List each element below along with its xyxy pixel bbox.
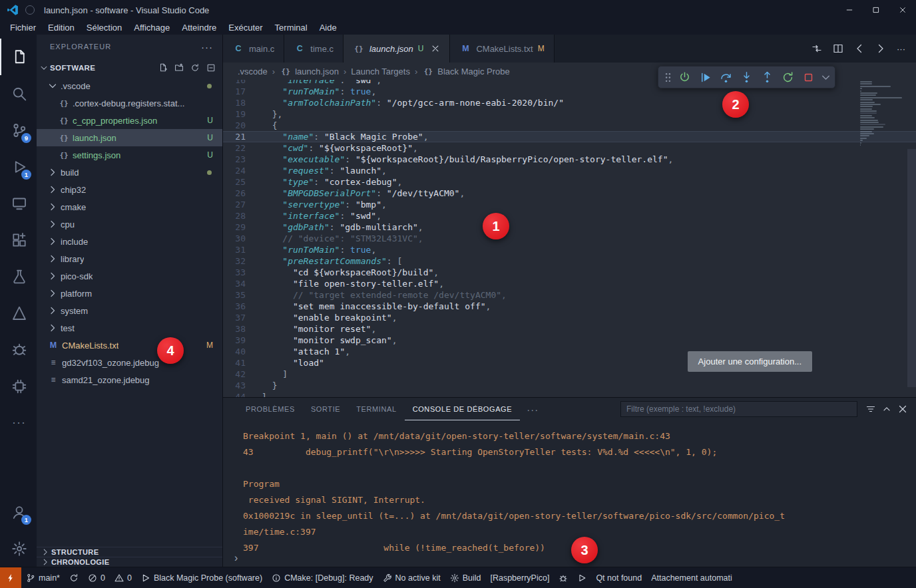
line-number[interactable]: 42 <box>223 368 254 380</box>
panel-tab-console-de-débogage[interactable]: CONSOLE DE DÉBOGAGE <box>405 398 521 420</box>
code-line-38[interactable]: 38 "monitor reset", <box>223 323 916 335</box>
line-number[interactable]: 36 <box>223 301 254 312</box>
activity-embedded-debug[interactable] <box>0 331 37 368</box>
line-number[interactable]: 44 <box>223 391 254 397</box>
status-black-magic-probe-software[interactable]: Black Magic Probe (software) <box>136 567 267 588</box>
code-line-19[interactable]: 19 }, <box>223 108 916 120</box>
code-line-33[interactable]: 33 "cd ${workspaceRoot}/build", <box>223 267 916 278</box>
editor-scrollbar[interactable] <box>907 149 916 387</box>
tree-folder-chip32[interactable]: chip32 <box>37 181 222 198</box>
line-number[interactable]: 19 <box>223 108 254 120</box>
code-line-28[interactable]: 28 "interface": "swd", <box>223 210 916 221</box>
line-number[interactable]: 24 <box>223 165 254 176</box>
line-number[interactable]: 23 <box>223 154 254 165</box>
line-number[interactable]: 43 <box>223 380 254 391</box>
activity-remote-explorer[interactable] <box>0 185 37 221</box>
chevron-up-icon[interactable] <box>881 404 892 414</box>
activity-account[interactable]: 1 <box>0 494 37 530</box>
close-icon[interactable] <box>897 404 908 414</box>
line-number[interactable]: 31 <box>223 244 254 255</box>
tree-folder-pico-sdk[interactable]: pico-sdk <box>37 267 222 285</box>
activity-source-control[interactable]: 9 <box>0 112 37 148</box>
tree-file-c_cpp_properties.json[interactable]: {}c_cpp_properties.jsonU <box>37 112 222 129</box>
tree-folder-platform[interactable]: platform <box>37 285 222 302</box>
refresh-icon[interactable] <box>190 63 200 73</box>
line-number[interactable]: 33 <box>223 267 254 278</box>
line-number[interactable]: 22 <box>223 142 254 154</box>
new-file-icon[interactable] <box>158 63 168 73</box>
menu-item-fichier[interactable]: Fichier <box>4 23 42 33</box>
debug-step-over-button[interactable] <box>716 68 736 86</box>
line-number[interactable]: 38 <box>223 323 254 335</box>
code-line-44[interactable]: 44] <box>223 391 916 397</box>
add-configuration-button[interactable]: Ajouter une configuration... <box>688 351 812 372</box>
code-line-29[interactable]: 29 "gdbPath": "gdb-multiarch", <box>223 221 916 233</box>
tree-folder-system[interactable]: system <box>37 302 222 319</box>
code-line-26[interactable]: 26 "BMPGDBSerialPort": "/dev/ttyACM0", <box>223 188 916 199</box>
tree-folder-cmake[interactable]: cmake <box>37 198 222 216</box>
menu-item-sélection[interactable]: Sélection <box>81 23 128 33</box>
panel-more-icon[interactable]: ··· <box>520 404 545 415</box>
activity-cmake[interactable] <box>0 295 37 331</box>
status-build[interactable]: Build <box>445 567 486 588</box>
debug-step-out-button[interactable] <box>757 68 778 86</box>
activity-more[interactable]: ··· <box>0 404 37 441</box>
status-lightning[interactable] <box>0 567 21 588</box>
line-number[interactable]: 18 <box>223 97 254 108</box>
close-button[interactable] <box>889 0 916 20</box>
collapse-all-icon[interactable] <box>206 63 216 73</box>
activity-extensions[interactable] <box>0 221 37 258</box>
code-line-24[interactable]: 24 "request": "launch", <box>223 165 916 176</box>
split-editor-icon[interactable] <box>833 43 843 54</box>
panel-tab-terminal[interactable]: TERMINAL <box>348 398 404 420</box>
line-number[interactable]: 30 <box>223 233 254 244</box>
sidebar-more-icon[interactable]: ··· <box>201 41 213 53</box>
list-filter-icon[interactable] <box>865 404 876 414</box>
code-line-25[interactable]: 25 "type": "cortex-debug", <box>223 176 916 188</box>
menu-item-exécuter[interactable]: Exécuter <box>222 23 268 33</box>
debug-step-into-button[interactable] <box>736 68 757 86</box>
code-line-37[interactable]: 37 "enable breakpoint", <box>223 312 916 323</box>
status-cmake-debug-ready[interactable]: CMake: [Debug]: Ready <box>267 567 377 588</box>
line-number[interactable]: 41 <box>223 357 254 368</box>
tree-file-launch.json[interactable]: {}launch.jsonU <box>37 129 222 146</box>
status-play[interactable] <box>572 567 591 588</box>
status-qt-not-found[interactable]: Qt not found <box>591 567 646 588</box>
activity-search[interactable] <box>0 75 37 112</box>
status-bug[interactable] <box>554 567 572 588</box>
debug-stop-button[interactable] <box>798 68 819 86</box>
code-line-39[interactable]: 39 "monitor swdp_scan", <box>223 335 916 346</box>
tab-launch.json[interactable]: {}launch.jsonU <box>344 35 450 63</box>
code-line-34[interactable]: 34 "file open-story-teller.elf", <box>223 278 916 289</box>
tree-file-settings.json[interactable]: {}settings.jsonU <box>37 146 222 164</box>
code-line-31[interactable]: 31 "runToMain": true, <box>223 244 916 255</box>
menu-item-aide[interactable]: Aide <box>314 23 343 33</box>
status-sync[interactable] <box>65 567 83 588</box>
code-line-30[interactable]: 30 // "device": "STM32L431VC", <box>223 233 916 244</box>
new-folder-icon[interactable] <box>174 63 184 73</box>
workspace-section-header[interactable]: SOFTWARE <box>37 59 222 77</box>
code-line-32[interactable]: 32 "preRestartCommands": [ <box>223 255 916 267</box>
line-number[interactable]: 35 <box>223 289 254 301</box>
code-line-23[interactable]: 23 "executable": "${workspaceRoot}/build… <box>223 154 916 165</box>
tree-file-.cortex-debug.registers.stat...[interactable]: {}.cortex-debug.registers.stat... <box>37 94 222 112</box>
tab-main.c[interactable]: Cmain.c <box>223 35 284 63</box>
code-line-18[interactable]: 18 "armToolchainPath": "/opt/gcc-arm-non… <box>223 97 916 108</box>
activity-run-debug[interactable]: 1 <box>0 148 37 185</box>
breadcrumb-item[interactable]: {}Black Magic Probe <box>422 67 509 76</box>
section-structure[interactable]: STRUCTURE <box>37 547 222 557</box>
status-main[interactable]: main* <box>21 567 65 588</box>
status-0[interactable]: 0 <box>110 567 136 588</box>
breadcrumb-item[interactable]: {}launch.json <box>280 67 339 76</box>
line-number[interactable]: 29 <box>223 221 254 233</box>
tab-time.c[interactable]: Ctime.c <box>284 35 344 63</box>
more-icon[interactable]: ··· <box>897 44 905 54</box>
activity-chip[interactable] <box>0 368 37 404</box>
code-line-43[interactable]: 43 } <box>223 380 916 391</box>
code-editor[interactable]: 16 "interface": "swd",17 "runToMain": tr… <box>223 80 916 397</box>
debug-pause-button[interactable] <box>674 68 695 86</box>
tree-file-gd32vf103_ozone.jdebug[interactable]: ≡gd32vf103_ozone.jdebug <box>37 354 222 371</box>
line-number[interactable]: 32 <box>223 255 254 267</box>
line-number[interactable]: 34 <box>223 278 254 289</box>
status-no-active-kit[interactable]: No active kit <box>378 567 445 588</box>
